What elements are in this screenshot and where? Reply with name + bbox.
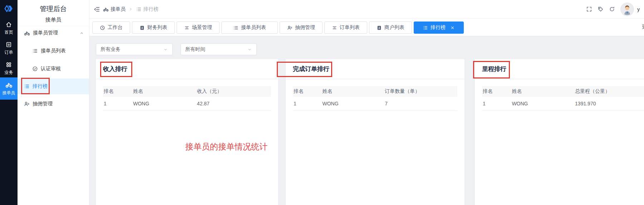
orders-ranking-table: 排名 姓名 订单数量（单） 1 WONG 7 (293, 86, 457, 111)
tab-label: 接单员列表 (241, 24, 266, 31)
rail-item-label: 接单员 (3, 90, 15, 96)
tab-label: 场景管理 (192, 24, 212, 31)
list-icon (32, 48, 38, 54)
list-icon (24, 84, 30, 89)
panel-title: 里程排行 (482, 66, 506, 73)
cell-value: 42.87 (196, 97, 271, 110)
panel-title: 完成订单排行 (293, 66, 329, 73)
business-filter-select[interactable]: 所有业务 (96, 43, 173, 55)
tab-commission[interactable]: 抽佣管理 (280, 22, 323, 34)
mileage-ranking-panel: 里程排行 排名 姓名 总里程（公里） 1 WONG (475, 59, 644, 205)
col-value: 收入（元） (196, 86, 271, 97)
list-icon (233, 25, 239, 30)
breadcrumb-section[interactable]: 接单员 (103, 6, 126, 13)
lines-icon (184, 25, 190, 30)
breadcrumb-section-label: 接单员 (110, 6, 126, 13)
avatar[interactable] (620, 3, 634, 16)
col-rank: 排名 (482, 86, 511, 97)
table-header-row: 排名 姓名 订单数量（单） (293, 86, 457, 97)
tag-icon[interactable] (598, 6, 604, 12)
rail-item-orders[interactable]: 订单 (0, 40, 18, 57)
fullscreen-icon[interactable] (586, 6, 592, 12)
panel-header: 收入排行 (96, 59, 278, 79)
ranking-panels: 收入排行 排名 姓名 收入（元） 1 WONG (96, 59, 644, 205)
tab-ranking-active[interactable]: 排行榜 (414, 22, 464, 34)
panel-header: 完成订单排行 (286, 59, 464, 79)
tab-merchant-list[interactable]: 商户列表 (369, 22, 412, 34)
sidebar-item-rider-management[interactable]: 接单员管理 (18, 26, 89, 40)
topbar-actions: y (586, 3, 640, 16)
tab-label: 抽佣管理 (295, 24, 315, 31)
table-row: 1 WONG 1391.970 (482, 97, 644, 110)
app-title: 管理后台 (18, 0, 89, 13)
completed-orders-ranking-panel: 完成订单排行 排名 姓名 订单数量（单） 1 WO (286, 59, 464, 205)
check-circle-icon (32, 66, 38, 72)
sidebar-item-label: 接单员管理 (33, 30, 58, 36)
table-header-row: 排名 姓名 收入（元） (103, 86, 271, 97)
tab-rider-list[interactable]: 接单员列表 (221, 22, 278, 34)
panel-header: 里程排行 (475, 59, 644, 79)
tab-finance-list[interactable]: 财务列表 (132, 22, 175, 34)
breadcrumb-separator-icon (128, 7, 133, 11)
tab-workbench[interactable]: 工作台 (92, 22, 130, 34)
sidebar-item-label: 接单员列表 (41, 48, 66, 54)
business-filter-value: 所有业务 (100, 46, 121, 53)
tab-label: 商户列表 (384, 24, 404, 31)
sidebar-item-ranking[interactable]: 排行榜 (18, 78, 89, 94)
sidebar-fold-icon[interactable] (94, 6, 100, 13)
sidebar: 管理后台 接单员 接单员管理 接单员列表 认证审核 排行榜 抽佣管理 (18, 0, 89, 205)
rail-item-home[interactable]: 首页 (0, 20, 18, 37)
tab-order-list[interactable]: 订单列表 (324, 22, 367, 34)
tabs-more-clipped[interactable]: 更 (642, 24, 644, 30)
cell-name: WONG (322, 97, 384, 110)
rail-item-label: 业务 (5, 70, 13, 76)
list-icon (136, 6, 142, 12)
lines-icon (332, 25, 337, 30)
main-area: 接单员 排行榜 y 工作台 财务列表 场景管理 (89, 0, 644, 205)
tab-scene-management[interactable]: 场景管理 (177, 22, 220, 34)
col-name: 姓名 (132, 86, 196, 97)
panel-body: 排名 姓名 总里程（公里） 1 WONG 1391.970 (475, 79, 644, 111)
cell-name: WONG (511, 97, 574, 110)
avatar-image (620, 3, 634, 16)
cell-rank: 1 (482, 97, 511, 110)
cell-value: 1391.970 (574, 97, 644, 110)
table-header-row: 排名 姓名 总里程（公里） (482, 86, 644, 97)
time-filter-select[interactable]: 所有时间 (181, 43, 257, 55)
sidebar-item-commission[interactable]: 抽佣管理 (18, 97, 89, 110)
app-logo[interactable] (0, 4, 18, 14)
col-rank: 排名 (293, 86, 322, 97)
tab-label: 排行榜 (431, 24, 446, 31)
close-icon[interactable] (450, 25, 455, 30)
refresh-icon[interactable] (609, 6, 615, 12)
tab-label: 工作台 (108, 24, 123, 31)
panel-title: 收入排行 (103, 66, 127, 73)
income-ranking-panel: 收入排行 排名 姓名 收入（元） 1 WONG (96, 59, 278, 205)
content: 所有业务 所有时间 收入排行 (89, 36, 644, 205)
col-value: 订单数量（单） (384, 86, 457, 97)
chevron-up-icon (79, 31, 84, 35)
col-name: 姓名 (511, 86, 574, 97)
rail-item-rider-active[interactable]: 接单员 (0, 77, 18, 100)
sidebar-item-label: 认证审核 (41, 66, 61, 72)
sidebar-item-label: 排行榜 (33, 83, 48, 90)
chevron-down-icon (247, 47, 252, 52)
home-icon (5, 21, 12, 28)
cell-value: 7 (384, 97, 457, 110)
clock-icon (100, 25, 105, 30)
sidebar-item-auth-audit[interactable]: 认证审核 (18, 62, 89, 75)
rail-item-business[interactable]: 业务 (0, 60, 18, 77)
sidebar-subtitle: 接单员 (18, 16, 89, 26)
rail-item-label: 订单 (5, 49, 13, 56)
breadcrumb-current: 排行榜 (136, 6, 158, 13)
user-lines-icon (24, 101, 30, 107)
time-filter-value: 所有时间 (185, 46, 205, 53)
income-ranking-table: 排名 姓名 收入（元） 1 WONG 42.87 (103, 86, 271, 111)
sidebar-item-rider-list[interactable]: 接单员列表 (18, 44, 89, 57)
sidebar-item-label: 抽佣管理 (33, 101, 53, 107)
mileage-ranking-table: 排名 姓名 总里程（公里） 1 WONG 1391.970 (482, 86, 644, 111)
cell-rank: 1 (103, 97, 132, 110)
filter-row: 所有业务 所有时间 (96, 43, 644, 55)
apps-icon (5, 61, 12, 68)
tab-label: 财务列表 (147, 24, 167, 31)
